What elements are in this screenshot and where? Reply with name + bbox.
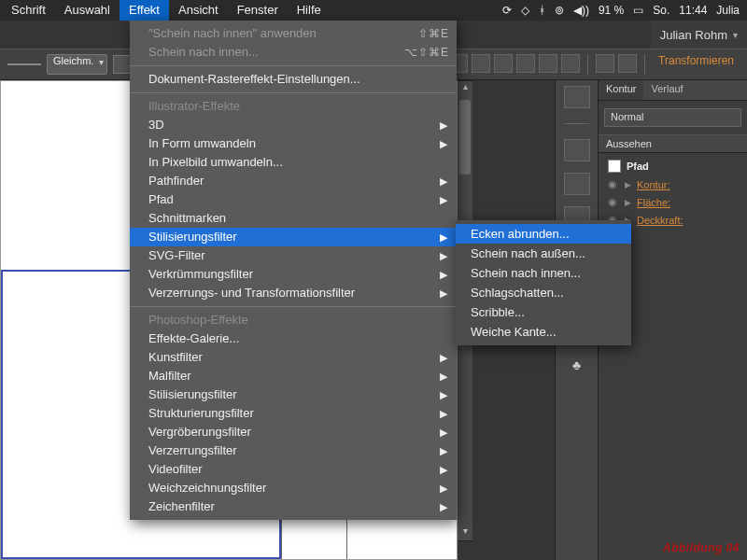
submenu-arrow-icon: ▶ — [440, 423, 447, 441]
submenu-arrow-icon: ▶ — [440, 348, 447, 367]
pathfinder-button[interactable] — [618, 54, 637, 73]
sync-icon[interactable]: ⟳ — [502, 4, 512, 17]
menu-item-label: Effekte-Galerie... — [148, 331, 239, 345]
tab-kontur[interactable]: Kontur — [599, 80, 643, 100]
menubar-item-effekt[interactable]: Effekt — [120, 0, 169, 21]
menu-item[interactable]: Kunstfilter▶ — [130, 348, 457, 367]
brushes-panel-icon[interactable] — [564, 173, 590, 195]
menu-item[interactable]: Effekte-Galerie... — [130, 329, 457, 348]
menu-item[interactable]: In Pixelbild umwandeln... — [130, 153, 457, 172]
menu-item[interactable]: Verzerrungsfilter▶ — [130, 441, 457, 460]
submenu-item[interactable]: Scribble... — [456, 302, 631, 322]
submenu-arrow-icon: ▶ — [440, 246, 447, 265]
menu-section-illustrator: Illustrator-Effekte — [130, 97, 457, 116]
menubar-item-schrift[interactable]: Schrift — [2, 0, 55, 21]
submenu-arrow-icon: ▶ — [440, 134, 447, 153]
wifi-icon[interactable]: ⊚ — [555, 4, 564, 17]
submenu-arrow-icon: ▶ — [440, 190, 447, 209]
battery-percent: 91 % — [599, 4, 624, 17]
menu-item[interactable]: Stilisierungsfilter▶ — [130, 385, 457, 404]
menu-item[interactable]: In Form umwandeln▶ — [130, 134, 457, 153]
clock-time: 11:44 — [679, 4, 707, 17]
submenu-item[interactable]: Schlagschatten... — [456, 283, 631, 302]
submenu-arrow-icon: ▶ — [440, 284, 447, 302]
menubar-item-fenster[interactable]: Fenster — [228, 0, 288, 21]
menu-item[interactable]: Pfad▶ — [130, 190, 457, 209]
menu-reapply-last-effect[interactable]: Schein nach innen... ⌥⇧⌘E — [130, 43, 457, 62]
submenu-arrow-icon: ▶ — [440, 265, 447, 284]
scroll-thumb[interactable] — [459, 100, 471, 175]
menu-item[interactable]: Weichzeichnungsfilter▶ — [130, 479, 457, 497]
submenu-arrow-icon: ▶ — [440, 404, 447, 423]
menu-apply-last-effect[interactable]: "Schein nach innen" anwenden ⇧⌘E — [130, 24, 457, 43]
appearance-object-row[interactable]: Pfad — [604, 157, 741, 175]
appearance-panel-header[interactable]: Aussehen — [599, 134, 747, 153]
menubar-item-hilfe[interactable]: Hilfe — [288, 0, 331, 21]
menu-item[interactable]: Schnittmarken — [130, 209, 457, 228]
workspace-user-name: Julian Rohm — [660, 28, 727, 42]
blend-mode-dropdown[interactable]: Normal — [604, 108, 741, 127]
menu-item[interactable]: Verzerrungs- und Transformationsfilter▶ — [130, 284, 457, 302]
submenu-item[interactable]: Weiche Kante... — [456, 322, 631, 342]
bluetooth-icon[interactable]: ᚼ — [539, 4, 545, 17]
align-bottom-button[interactable] — [561, 54, 580, 73]
menu-item[interactable]: Vergröberungsfilter▶ — [130, 423, 457, 441]
menu-item-label: 3D — [148, 118, 164, 132]
visibility-eye-icon[interactable]: ◉ — [608, 178, 619, 190]
stroke-profile-dropdown[interactable]: Gleichm. — [47, 54, 107, 75]
separator — [644, 54, 645, 75]
menu-item-label: Malfilter — [148, 369, 191, 383]
menu-item[interactable]: 3D▶ — [130, 116, 457, 134]
appearance-attr-row[interactable]: ◉▶Fläche: — [604, 193, 741, 211]
dropbox-icon[interactable]: ◇ — [521, 4, 529, 17]
system-status-icons: ⟳ ◇ ᚼ ⊚ ◀)) 91 % ▭ So. 11:44 Julia — [502, 4, 745, 17]
disclosure-triangle-icon[interactable]: ▶ — [625, 198, 631, 207]
workspace-switcher[interactable]: Julian Rohm ▾ — [651, 21, 747, 49]
figure-caption: Abbildung 04 — [663, 541, 740, 554]
volume-icon[interactable]: ◀)) — [573, 4, 589, 17]
shortcut-label: ⌥⇧⌘E — [404, 43, 449, 62]
menu-item[interactable]: SVG-Filter▶ — [130, 246, 457, 265]
menu-item[interactable]: Verkrümmungsfilter▶ — [130, 265, 457, 284]
swatches-panel-icon[interactable] — [564, 139, 590, 161]
align-hcenter-button[interactable] — [472, 54, 490, 73]
submenu-arrow-icon: ▶ — [440, 460, 447, 479]
menu-item-label: Verkrümmungsfilter — [148, 267, 253, 281]
menu-item[interactable]: Stilisierungsfilter▶ — [130, 228, 457, 246]
suit-club-icon[interactable]: ♣ — [572, 357, 581, 372]
battery-icon[interactable]: ▭ — [633, 4, 643, 17]
menu-item-label: Stilisierungsfilter — [148, 387, 237, 401]
menu-item[interactable]: Zeichenfilter▶ — [130, 497, 457, 516]
transform-link[interactable]: Transformieren — [653, 54, 740, 75]
appearance-attr-label: Deckkraft: — [637, 215, 684, 226]
disclosure-triangle-icon[interactable]: ▶ — [625, 180, 631, 189]
menubar-item-auswahl[interactable]: Auswahl — [55, 0, 120, 21]
submenu-item[interactable]: Schein nach innen... — [456, 263, 631, 283]
menu-item[interactable]: Pathfinder▶ — [130, 172, 457, 190]
menu-section-photoshop: Photoshop-Effekte — [130, 311, 457, 329]
chevron-down-icon: ▾ — [733, 30, 738, 40]
menu-item[interactable]: Malfilter▶ — [130, 367, 457, 385]
shape-mode-button[interactable] — [596, 54, 614, 73]
scroll-down-arrow-icon[interactable]: ▾ — [458, 525, 472, 540]
submenu-item[interactable]: Ecken abrunden... — [456, 224, 631, 244]
stylize-submenu: Ecken abrunden...Schein nach außen...Sch… — [456, 220, 631, 345]
align-right-button[interactable] — [494, 54, 513, 73]
menubar-item-ansicht[interactable]: Ansicht — [169, 0, 228, 21]
scroll-up-arrow-icon[interactable]: ▴ — [458, 81, 472, 96]
visibility-eye-icon[interactable]: ◉ — [608, 196, 619, 208]
effekt-menu: "Schein nach innen" anwenden ⇧⌘E Schein … — [130, 21, 457, 520]
align-vcenter-button[interactable] — [539, 54, 557, 73]
submenu-arrow-icon: ▶ — [440, 479, 447, 497]
appearance-attr-row[interactable]: ◉▶Kontur: — [604, 175, 741, 193]
submenu-item[interactable]: Schein nach außen... — [456, 244, 631, 263]
tab-verlauf[interactable]: Verlauf — [643, 80, 690, 100]
menu-document-raster-settings[interactable]: Dokument-Rastereffekt-Einstellungen... — [130, 70, 457, 89]
grid-panel-icon[interactable] — [564, 86, 590, 108]
appearance-object-label: Pfad — [627, 161, 649, 172]
menu-item[interactable]: Strukturierungsfilter▶ — [130, 404, 457, 423]
menu-item[interactable]: Videofilter▶ — [130, 460, 457, 479]
stroke-preview — [7, 63, 41, 65]
menu-item-label: Dokument-Rastereffekt-Einstellungen... — [148, 72, 360, 86]
align-top-button[interactable] — [516, 54, 535, 73]
